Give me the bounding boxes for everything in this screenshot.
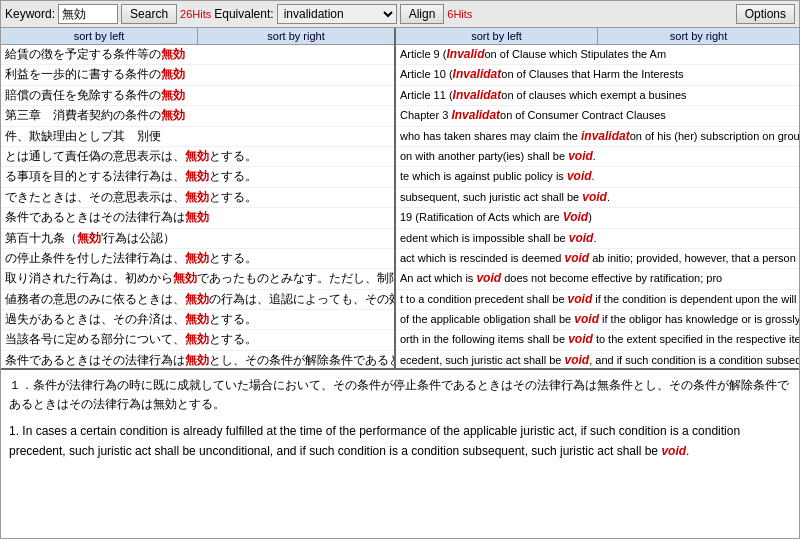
right-row[interactable]: who has taken shares may claim the inval…	[396, 127, 799, 147]
left-row[interactable]: 過失があるときは、その弁済は、無効とする。	[1, 310, 394, 330]
left-row[interactable]: の停止条件を付した法律行為は、無効とする。	[1, 249, 394, 269]
left-row[interactable]: とは通して責任偽の意思表示は、無効とする。	[1, 147, 394, 167]
left-sort-left-btn[interactable]: sort by left	[1, 28, 198, 44]
left-row[interactable]: 第三章 消費者契約の条件の無効	[1, 106, 394, 126]
right-row[interactable]: subsequent, such juristic act shall be v…	[396, 188, 799, 208]
hits1-badge: 26Hits	[180, 8, 211, 20]
right-row[interactable]: edent which is impossible shall be void.	[396, 229, 799, 249]
right-sort-right-btn[interactable]: sort by right	[598, 28, 799, 44]
left-row[interactable]: 値務者の意思のみに依るときは、無効の行為は、追認によっても、その効力を生じな	[1, 290, 394, 310]
right-row[interactable]: orth in the following items shall be voi…	[396, 330, 799, 350]
right-row[interactable]: on with another party(ies) shall be void…	[396, 147, 799, 167]
right-row[interactable]: An act which is void does not become eff…	[396, 269, 799, 289]
left-row[interactable]: 第百十九条（無効'行為は公認）	[1, 229, 394, 249]
right-row[interactable]: Article 11 (Invalidaton of clauses which…	[396, 86, 799, 106]
right-row[interactable]: Article 9 (Invalidon of Clause which Sti…	[396, 45, 799, 65]
right-row[interactable]: of the applicable obligation shall be vo…	[396, 310, 799, 330]
right-row[interactable]: act which is rescinded is deemed void ab…	[396, 249, 799, 269]
left-row[interactable]: 件、欺缺理由としプ其 別便	[1, 127, 394, 147]
content-area: sort by left sort by right 給賃の徴を予定する条件等の…	[1, 28, 799, 368]
right-row[interactable]: ecedent, such juristic act shall be void…	[396, 351, 799, 368]
left-row[interactable]: る事項を目的とする法律行為は、無効とする。	[1, 167, 394, 187]
left-row[interactable]: 利益を一歩的に書する条件の無効	[1, 65, 394, 85]
left-pane-content[interactable]: 給賃の徴を予定する条件等の無効利益を一歩的に書する条件の無効賠償の責任を免除する…	[1, 45, 394, 368]
align-button[interactable]: Align	[400, 4, 445, 24]
left-sort-right-btn[interactable]: sort by right	[198, 28, 394, 44]
left-row[interactable]: 取り消された行為は、初めから無効であったものとみなす。ただし、制限行為能力	[1, 269, 394, 289]
left-row[interactable]: 賠償の責任を免除する条件の無効	[1, 86, 394, 106]
bottom-jp-text: １．条件が法律行為の時に既に成就していた場合において、その条件が停止条件であると…	[9, 376, 791, 461]
options-button[interactable]: Options	[736, 4, 795, 24]
right-row[interactable]: Article 10 (Invalidaton of Clauses that …	[396, 65, 799, 85]
right-row[interactable]: t to a condition precedent shall be void…	[396, 290, 799, 310]
hits2-badge: 6Hits	[447, 8, 472, 20]
left-row[interactable]: 条件であるときはその法律行為は無効とし、その条件が解除条件であるときはその法	[1, 351, 394, 368]
right-row[interactable]: 19 (Ratification of Acts which are Void)	[396, 208, 799, 228]
right-pane-header: sort by left sort by right	[396, 28, 799, 45]
app-container: Keyword: Search 26Hits Equivalent: inval…	[0, 0, 800, 539]
equivalent-label: Equivalent:	[214, 7, 273, 21]
left-row[interactable]: 条件であるときはその法律行為は無効	[1, 208, 394, 228]
keyword-label: Keyword:	[5, 7, 55, 21]
right-row[interactable]: te which is against public policy is voi…	[396, 167, 799, 187]
left-pane: sort by left sort by right 給賃の徴を予定する条件等の…	[1, 28, 396, 368]
equivalent-select[interactable]: invalidation void null	[277, 4, 397, 24]
left-row[interactable]: 給賃の徴を予定する条件等の無効	[1, 45, 394, 65]
left-pane-header: sort by left sort by right	[1, 28, 394, 45]
bottom-pane: １．条件が法律行為の時に既に成就していた場合において、その条件が停止条件であると…	[1, 368, 799, 538]
right-pane: sort by left sort by right Article 9 (In…	[396, 28, 799, 368]
search-button[interactable]: Search	[121, 4, 177, 24]
left-row[interactable]: できたときは、その意思表示は、無効とする。	[1, 188, 394, 208]
right-row[interactable]: Chapter 3 Invalidaton of Consumer Contra…	[396, 106, 799, 126]
right-pane-content[interactable]: Article 9 (Invalidon of Clause which Sti…	[396, 45, 799, 368]
right-sort-left-btn[interactable]: sort by left	[396, 28, 598, 44]
toolbar: Keyword: Search 26Hits Equivalent: inval…	[1, 1, 799, 28]
left-row[interactable]: 当該各号に定める部分について、無効とする。	[1, 330, 394, 350]
keyword-input[interactable]	[58, 4, 118, 24]
